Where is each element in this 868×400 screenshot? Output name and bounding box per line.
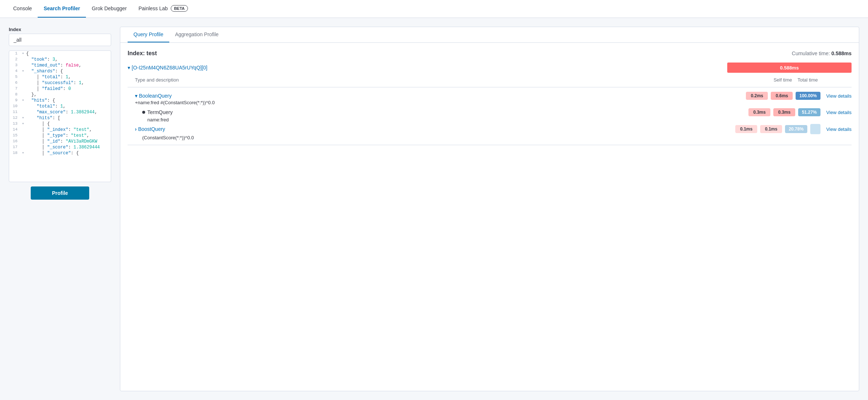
code-line-3: 3 "timed_out": false, <box>9 63 111 68</box>
code-line-11: 11 "max_score": 1.3862944, <box>9 109 111 115</box>
boost-query-label: BoostQuery <box>138 126 165 132</box>
boost-total-time: 0.1ms <box>760 125 782 133</box>
boolean-query-metrics: 0.2ms 0.6ms 100.00% View details <box>746 92 852 100</box>
line-content-3: "timed_out": false, <box>26 63 111 68</box>
line-toggle-11 <box>20 109 26 115</box>
line-toggle-13[interactable]: ▾ <box>20 121 26 127</box>
line-content-14: │ "_index": "test", <box>26 127 111 133</box>
code-lines: 1 ▾ { 2 "took": 3, 3 "timed_out": false,… <box>9 51 111 156</box>
term-query-metrics: 0.3ms 0.3ms 51.27% View details <box>748 108 852 116</box>
boost-query-desc: (ConstantScore(*:*))^0.0 <box>142 135 852 140</box>
code-line-15: 15 │ "_type": "test", <box>9 133 111 139</box>
line-num-12: 12 <box>9 115 20 121</box>
code-line-2: 2 "took": 3, <box>9 57 111 63</box>
boost-self-time: 0.1ms <box>735 125 757 133</box>
left-panel: Index 1 ▾ { 2 "took": 3, 3 "time <box>9 27 111 391</box>
beta-badge: BETA <box>171 5 188 12</box>
boolean-total-time: 0.6ms <box>771 92 793 100</box>
boolean-query-name[interactable]: ▾ BooleanQuery <box>135 93 172 99</box>
line-content-17: │ "_score": 1.38629444 <box>26 144 111 150</box>
shard-bar: 0.588ms <box>727 63 852 73</box>
code-line-10: 10 "total": 1, <box>9 103 111 109</box>
line-num-17: 17 <box>9 144 20 150</box>
code-editor[interactable]: 1 ▾ { 2 "took": 3, 3 "timed_out": false,… <box>9 50 111 182</box>
line-toggle-8 <box>20 92 26 98</box>
right-panel: Query Profile Aggregation Profile Index:… <box>120 27 859 391</box>
code-line-16: 16 │ "_id": "AVi3aRDmGKW <box>9 139 111 144</box>
chevron-down-icon: ▾ <box>135 93 137 99</box>
profile-content: Index: test Cumulative time: 0.588ms ▾ [… <box>120 43 859 391</box>
painless-lab-label: Painless Lab <box>139 5 168 11</box>
code-line-9: 9 ▾ "hits": { <box>9 98 111 103</box>
top-nav: Console Search Profiler Grok Debugger Pa… <box>0 0 868 18</box>
boolean-pct: 100.00% <box>796 92 820 100</box>
line-toggle-5 <box>20 74 26 80</box>
tab-aggregation-profile[interactable]: Aggregation Profile <box>169 27 224 42</box>
line-toggle-16 <box>20 139 26 144</box>
term-query-name: TermQuery <box>142 109 173 115</box>
term-query-row: TermQuery 0.3ms 0.3ms 51.27% View detail… <box>142 108 852 122</box>
time-headers: Self time Total time <box>772 77 819 83</box>
line-toggle-10 <box>20 103 26 109</box>
line-num-2: 2 <box>9 57 20 63</box>
line-content-4: "_shards": { <box>26 68 111 74</box>
index-title: Index: test <box>128 50 157 57</box>
line-toggle-3 <box>20 63 26 68</box>
line-num-14: 14 <box>9 127 20 133</box>
tab-console[interactable]: Console <box>7 0 38 18</box>
line-num-18: 18 <box>9 150 20 156</box>
line-content-7: │ "failed": 0 <box>26 86 111 92</box>
boolean-view-details[interactable]: View details <box>826 93 852 99</box>
term-query-desc: name:fred <box>147 117 852 122</box>
term-view-details[interactable]: View details <box>826 110 852 115</box>
line-content-2: "took": 3, <box>26 57 111 63</box>
index-header: Index: test Cumulative time: 0.588ms <box>128 50 852 57</box>
line-num-6: 6 <box>9 80 20 86</box>
boost-query-name[interactable]: › BoostQuery <box>135 126 165 132</box>
index-section: Index <box>9 27 111 46</box>
cumulative-time: Cumulative time: 0.588ms <box>792 50 852 56</box>
total-time-header: Total time <box>797 77 819 83</box>
line-content-10: "total": 1, <box>26 103 111 109</box>
chevron-right-icon: › <box>135 126 137 132</box>
boolean-query-desc: +name:fred #(ConstantScore(*:*))^0.0 <box>135 100 852 105</box>
code-line-12: 12 ▾ "hits": [ <box>9 115 111 121</box>
line-num-11: 11 <box>9 109 20 115</box>
tab-search-profiler[interactable]: Search Profiler <box>38 0 86 18</box>
type-desc-header: Type and description <box>135 77 179 83</box>
index-label: Index <box>9 27 111 32</box>
tab-query-profile[interactable]: Query Profile <box>128 27 169 42</box>
index-input[interactable] <box>9 34 111 46</box>
line-toggle-12[interactable]: ▾ <box>20 115 26 121</box>
boolean-query-row: ▾ BooleanQuery 0.2ms 0.6ms 100.00% View … <box>128 92 852 105</box>
term-total-time: 0.3ms <box>773 108 795 116</box>
boost-view-details[interactable]: View details <box>826 127 852 132</box>
shard-bar-container: 0.588ms <box>727 63 852 73</box>
shard-id: [O-I25nM4QN6Z68UA5rUYqQ][0] <box>132 65 207 71</box>
line-num-9: 9 <box>9 98 20 103</box>
line-content-9: "hits": { <box>26 98 111 103</box>
line-num-4: 4 <box>9 68 20 74</box>
boost-query-metrics: 0.1ms 0.1ms 20.78% View details <box>735 124 852 134</box>
line-num-7: 7 <box>9 86 20 92</box>
line-num-10: 10 <box>9 103 20 109</box>
line-toggle-7 <box>20 86 26 92</box>
line-toggle-17 <box>20 144 26 150</box>
line-toggle-4[interactable]: ▾ <box>20 68 26 74</box>
line-toggle-9[interactable]: ▾ <box>20 98 26 103</box>
boolean-query-label: BooleanQuery <box>139 93 172 99</box>
line-num-3: 3 <box>9 63 20 68</box>
tab-grok-debugger[interactable]: Grok Debugger <box>86 0 133 18</box>
boost-query-row: › BoostQuery 0.1ms 0.1ms 20.78% View det… <box>135 124 852 140</box>
shard-row: ▾ [O-I25nM4QN6Z68UA5rUYqQ][0] 0.588ms <box>128 63 852 73</box>
line-content-6: │ "successful": 1, <box>26 80 111 86</box>
line-toggle-2 <box>20 57 26 63</box>
line-num-16: 16 <box>9 139 20 144</box>
boolean-query-header: ▾ BooleanQuery 0.2ms 0.6ms 100.00% View … <box>135 92 852 100</box>
code-line-18: 18 ▾ │ "_source": { <box>9 150 111 156</box>
line-toggle-1[interactable]: ▾ <box>20 51 26 57</box>
shard-label[interactable]: ▾ [O-I25nM4QN6Z68UA5rUYqQ][0] <box>128 65 207 71</box>
tab-painless-lab[interactable]: Painless Lab BETA <box>133 0 194 18</box>
profile-button[interactable]: Profile <box>31 186 89 200</box>
line-toggle-18[interactable]: ▾ <box>20 150 26 156</box>
